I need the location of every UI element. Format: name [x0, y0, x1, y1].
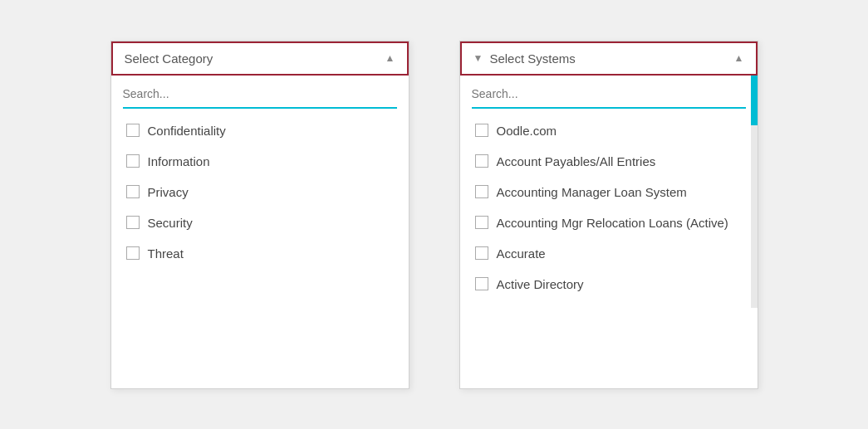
category-search-input[interactable]: [123, 84, 397, 104]
confidentiality-checkbox[interactable]: [126, 124, 140, 137]
list-item: Accounting Manager Loan System: [472, 177, 736, 207]
security-checkbox[interactable]: [126, 216, 140, 229]
systems-checkbox-list: Oodle.com Account Payables/All Entries A…: [472, 115, 746, 300]
list-item: Account Payables/All Entries: [472, 146, 736, 177]
select-systems-body: Oodle.com Account Payables/All Entries A…: [460, 76, 758, 308]
list-item: Active Directory: [472, 269, 736, 300]
select-systems-header[interactable]: ▼ Select Systems ▲: [460, 41, 758, 76]
list-item: Accounting Mgr Relocation Loans (Active): [472, 207, 736, 238]
account-payables-checkbox[interactable]: [475, 154, 488, 168]
security-label[interactable]: Security: [148, 216, 193, 230]
accurate-checkbox[interactable]: [475, 246, 488, 260]
accounting-manager-label[interactable]: Accounting Manager Loan System: [497, 185, 687, 199]
list-item: Confidentiality: [123, 115, 397, 146]
list-item: Information: [123, 146, 397, 177]
threat-checkbox[interactable]: [126, 246, 140, 260]
active-directory-label[interactable]: Active Directory: [497, 277, 584, 291]
accurate-label[interactable]: Accurate: [497, 246, 546, 261]
accounting-manager-checkbox[interactable]: [475, 185, 488, 198]
category-checkbox-list: Confidentiality Information Privacy Secu…: [123, 115, 397, 269]
privacy-label[interactable]: Privacy: [148, 185, 189, 199]
scrollbar-track: [751, 76, 758, 308]
privacy-checkbox[interactable]: [126, 185, 140, 198]
account-payables-label[interactable]: Account Payables/All Entries: [497, 154, 656, 168]
information-label[interactable]: Information: [148, 154, 210, 168]
oodle-checkbox[interactable]: [475, 124, 488, 137]
select-category-body: Confidentiality Information Privacy Secu…: [111, 76, 409, 277]
list-item: Accurate: [472, 238, 736, 269]
list-item: Security: [123, 207, 397, 238]
oodle-label[interactable]: Oodle.com: [497, 124, 557, 138]
threat-label[interactable]: Threat: [148, 246, 184, 261]
list-item: Privacy: [123, 177, 397, 207]
systems-search-container: [472, 84, 746, 109]
category-search-container: [123, 84, 397, 109]
select-category-caret: ▲: [385, 52, 395, 64]
accounting-mgr-relocation-checkbox[interactable]: [475, 216, 488, 229]
select-systems-panel: ▼ Select Systems ▲ Oodle.com Account Pay…: [459, 41, 758, 389]
select-systems-caret-right: ▲: [734, 52, 744, 64]
active-directory-checkbox[interactable]: [475, 277, 488, 290]
list-item: Threat: [123, 238, 397, 269]
select-category-panel: Select Category ▲ Confidentiality Inform…: [110, 41, 409, 389]
accounting-mgr-relocation-label[interactable]: Accounting Mgr Relocation Loans (Active): [497, 216, 728, 230]
confidentiality-label[interactable]: Confidentiality: [148, 124, 226, 138]
scrollbar-thumb[interactable]: [751, 76, 758, 125]
systems-search-input[interactable]: [472, 84, 746, 104]
select-systems-title: Select Systems: [483, 51, 733, 66]
select-category-header[interactable]: Select Category ▲: [111, 41, 409, 76]
information-checkbox[interactable]: [126, 154, 140, 168]
select-category-title: Select Category: [125, 51, 213, 66]
list-item: Oodle.com: [472, 115, 736, 146]
select-systems-caret-left: ▼: [473, 52, 483, 64]
